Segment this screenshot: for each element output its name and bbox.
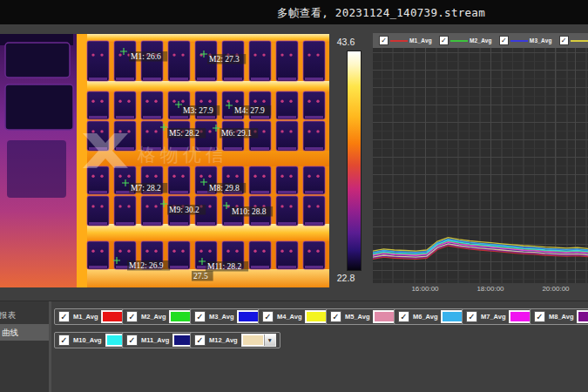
series-checkbox[interactable]: ✓	[126, 335, 138, 346]
sidebar-item-curve[interactable]: 曲线	[0, 324, 49, 341]
cursor-temp-label: 27.5	[192, 271, 213, 281]
title-bar: 多帧查看, 20231124_140739.stream	[0, 0, 588, 24]
marker-label: M9: 30.2	[169, 206, 199, 214]
series-checkbox[interactable]: ✓	[534, 311, 545, 322]
legend-checkbox[interactable]: ✓	[379, 36, 389, 45]
thermal-module	[276, 241, 298, 269]
thermal-module	[87, 166, 109, 194]
color-swatch	[103, 312, 123, 321]
color-swatch	[171, 312, 191, 321]
legend-line-sample	[571, 40, 588, 42]
series-label: M4_Avg	[277, 313, 301, 321]
series-checkbox[interactable]: ✓	[466, 311, 477, 322]
legend-item-M4_Avg[interactable]: ✓M4_Avg	[559, 36, 588, 45]
legend-checkbox[interactable]: ✓	[559, 36, 569, 45]
watermark-text: 格物优信	[137, 145, 228, 165]
thermal-module	[141, 91, 163, 119]
thermal-module	[168, 166, 190, 194]
thermal-module	[303, 196, 325, 226]
thermal-module	[87, 196, 109, 226]
legend-item-M3_Avg[interactable]: ✓M3_Avg	[499, 36, 552, 45]
thermal-module	[168, 41, 190, 81]
marker-label: M1: 26.6	[131, 52, 161, 61]
series-label: M7_Avg	[481, 313, 505, 321]
x-axis-tick: 20:00:00	[534, 285, 578, 293]
thermal-module	[249, 166, 271, 194]
thermal-module	[87, 41, 109, 81]
marker-label: M2: 27.3	[209, 55, 240, 64]
thermal-image[interactable]: 格物优信 M1: 26.6M2: 27.3M3: 27.9M4: 27.9M5:…	[0, 34, 329, 287]
series-label: M2_Avg	[141, 313, 166, 321]
color-swatch	[375, 312, 395, 321]
series-checkbox[interactable]: ✓	[58, 311, 70, 322]
series-label: M10_Avg	[73, 336, 102, 344]
legend-checkbox[interactable]: ✓	[439, 36, 449, 45]
marker-label: M5: 28.2	[169, 129, 199, 138]
thermal-module	[303, 121, 325, 151]
marker-label: M11: 28.2	[207, 262, 241, 271]
marker-label: M4: 27.9	[234, 106, 265, 115]
thermal-module	[276, 121, 298, 151]
marker-label: 27.5	[193, 272, 208, 280]
marker-label: M6: 29.1	[221, 129, 252, 138]
color-swatch	[510, 312, 531, 321]
legend-label: M3_Avg	[530, 37, 552, 44]
legend-label: M2_Avg	[470, 37, 492, 44]
legend-line-sample	[450, 40, 468, 42]
series-label: M3_Avg	[209, 313, 233, 321]
thermal-module	[87, 91, 109, 119]
thermal-module	[303, 241, 325, 269]
chart-legend: ✓M1_Avg✓M2_Avg✓M3_Avg✓M4_Avg	[373, 33, 588, 48]
thermal-module	[168, 241, 190, 269]
series-checkbox[interactable]: ✓	[262, 311, 274, 322]
series-control-M12_Avg: ✓M12_Avg▼	[190, 332, 280, 348]
series-control-M8_Avg: ✓M8_Avg▼	[530, 308, 588, 325]
thermal-module	[249, 241, 271, 269]
series-label: M12_Avg	[209, 336, 238, 344]
thermal-module	[141, 196, 163, 226]
sidebar-item-report[interactable]: 报表	[0, 307, 46, 323]
thermal-module	[303, 41, 325, 81]
trend-chart-panel: ✓M1_Avg✓M2_Avg✓M3_Avg✓M4_Avg 16:00:0018:…	[373, 33, 588, 296]
thermal-module	[114, 196, 136, 226]
series-checkbox[interactable]: ✓	[194, 335, 206, 346]
series-color-combo[interactable]: ▼	[577, 310, 588, 323]
scale-max-label: 43.6	[331, 37, 361, 47]
thermal-module	[249, 41, 271, 81]
color-swatch	[307, 312, 327, 321]
legend-checkbox[interactable]: ✓	[499, 36, 509, 45]
series-label: M1_Avg	[73, 313, 98, 321]
thermal-module	[114, 91, 136, 119]
series-checkbox[interactable]: ✓	[330, 311, 341, 322]
x-axis: 16:00:0018:00:0020:00:00	[373, 285, 588, 295]
legend-item-M1_Avg[interactable]: ✓M1_Avg	[379, 36, 432, 45]
series-checkbox[interactable]: ✓	[194, 311, 206, 322]
thermal-module	[276, 41, 298, 81]
color-swatch	[243, 335, 263, 345]
series-label: M8_Avg	[549, 313, 573, 321]
series-color-combo[interactable]: ▼	[241, 334, 276, 347]
window-title: 多帧查看, 20231124_140739.stream	[277, 6, 485, 21]
thermal-module	[276, 91, 298, 119]
chart-plot-area[interactable]	[373, 48, 588, 283]
marker-label: M7: 28.2	[131, 184, 161, 193]
combo-dropdown-icon[interactable]: ▼	[264, 335, 275, 346]
thermal-module	[276, 166, 298, 194]
temperature-colorbar[interactable]	[347, 51, 362, 271]
series-checkbox[interactable]: ✓	[398, 311, 409, 322]
marker-label: M12: 26.9	[129, 261, 164, 270]
legend-line-sample	[390, 40, 408, 42]
x-axis-tick: 18:00:00	[469, 285, 512, 293]
series-label: M11_Avg	[141, 336, 169, 344]
thermal-image-view[interactable]: 格物优信 M1: 26.6M2: 27.3M3: 27.9M4: 27.9M5:…	[0, 34, 329, 287]
series-checkbox[interactable]: ✓	[126, 311, 138, 322]
thermal-module	[276, 196, 298, 226]
x-axis-tick: 16:00:00	[403, 285, 447, 293]
marker-label: M8: 29.8	[209, 184, 240, 193]
legend-label: M1_Avg	[409, 37, 432, 44]
thermal-cabinet	[0, 34, 87, 287]
series-checkbox[interactable]: ✓	[58, 335, 70, 346]
legend-line-sample	[510, 40, 528, 42]
marker-label: M10: 28.8	[232, 207, 267, 216]
legend-item-M2_Avg[interactable]: ✓M2_Avg	[439, 36, 492, 45]
